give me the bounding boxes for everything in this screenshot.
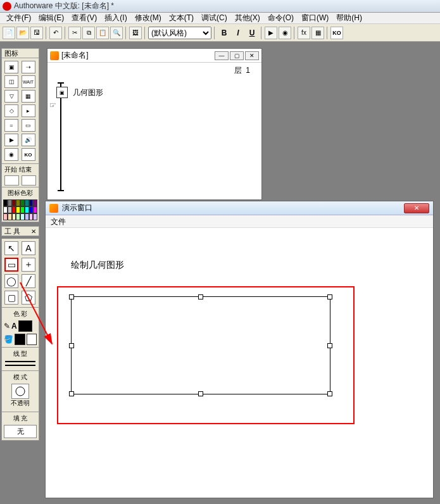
menu-window[interactable]: 窗口(W): [298, 11, 332, 25]
diagonal-tool[interactable]: ╱: [22, 274, 35, 288]
roundrect-tool[interactable]: ▢: [4, 291, 18, 305]
color-swatch[interactable]: [3, 213, 8, 220]
save-button[interactable]: 🖫: [30, 27, 43, 39]
debug-button[interactable]: ◉: [279, 27, 291, 39]
minimize-button[interactable]: —: [215, 51, 229, 60]
italic-button[interactable]: I: [232, 27, 244, 39]
foreground-color[interactable]: [18, 320, 32, 332]
flowline-titlebar[interactable]: [未命名] — ▢ ✕: [47, 49, 261, 63]
resize-handle[interactable]: [198, 294, 203, 299]
close-icon[interactable]: ✕: [31, 228, 36, 235]
color-swatch[interactable]: [3, 199, 8, 206]
color-swatch[interactable]: [33, 206, 37, 213]
display-icon[interactable]: ▣: [4, 61, 18, 73]
var-button[interactable]: ▦: [311, 27, 324, 39]
color-swatch[interactable]: [12, 206, 16, 213]
menu-other[interactable]: 其他(X): [231, 11, 264, 25]
style-select[interactable]: (默认风格): [148, 27, 211, 39]
wait-icon[interactable]: WAIT: [22, 75, 35, 88]
rectangle-tool[interactable]: ▭: [4, 258, 18, 272]
color-swatch[interactable]: [20, 213, 25, 220]
copy-button[interactable]: ⧉: [82, 27, 95, 39]
color-swatch[interactable]: [16, 213, 20, 220]
color-swatch[interactable]: [29, 199, 34, 206]
start-flag[interactable]: [4, 175, 19, 186]
color-swatch[interactable]: [33, 213, 37, 220]
fill-fg[interactable]: [15, 334, 25, 345]
drawn-rectangle[interactable]: [71, 296, 330, 394]
color-swatch[interactable]: [25, 213, 29, 220]
menu-insert[interactable]: 插入(I): [101, 11, 130, 25]
bold-button[interactable]: B: [218, 27, 230, 39]
color-swatch[interactable]: [20, 206, 25, 213]
fill-swatch[interactable]: 无: [4, 425, 37, 438]
color-swatch[interactable]: [20, 199, 25, 206]
color-swatch[interactable]: [25, 199, 29, 206]
open-button[interactable]: 📂: [16, 27, 29, 39]
motion-icon[interactable]: ⇢: [22, 61, 35, 73]
new-button[interactable]: 📄: [3, 27, 15, 39]
color-swatch[interactable]: [8, 206, 12, 213]
end-flag[interactable]: [22, 175, 36, 186]
color-swatch[interactable]: [8, 213, 12, 220]
ko-icon[interactable]: KO: [22, 148, 35, 161]
calc-icon[interactable]: =: [4, 119, 18, 132]
menu-modify[interactable]: 修改(M): [131, 11, 165, 25]
flow-node[interactable]: ▣ 几何图形: [56, 87, 103, 98]
presentation-canvas[interactable]: 绘制几何图形: [46, 228, 433, 498]
maximize-button[interactable]: ▢: [230, 51, 244, 60]
find-button[interactable]: 🔍: [110, 27, 123, 39]
pointer-tool[interactable]: ↖: [4, 241, 18, 255]
resize-handle[interactable]: [327, 294, 332, 299]
menu-view[interactable]: 查看(V): [68, 11, 101, 25]
text-tool[interactable]: A: [22, 241, 35, 255]
color-swatch[interactable]: [29, 213, 34, 220]
nav-icon[interactable]: ▽: [4, 90, 18, 103]
polygon-tool[interactable]: ⬠: [22, 291, 35, 305]
framework-icon[interactable]: ▦: [22, 90, 35, 103]
presentation-menu-file[interactable]: 文件: [51, 217, 66, 226]
close-button[interactable]: ✕: [245, 51, 259, 60]
menu-text[interactable]: 文本(T): [165, 11, 198, 25]
resize-handle[interactable]: [69, 343, 74, 348]
color-swatch[interactable]: [12, 213, 16, 220]
line-style[interactable]: [5, 361, 35, 362]
map-icon[interactable]: ▭: [22, 119, 35, 132]
color-swatch[interactable]: [3, 206, 8, 213]
interaction-icon[interactable]: ▸: [22, 104, 35, 117]
erase-icon[interactable]: ◫: [4, 75, 18, 88]
paste-button[interactable]: 📋: [96, 27, 109, 39]
resize-handle[interactable]: [69, 391, 74, 396]
underline-button[interactable]: U: [246, 27, 258, 39]
resize-handle[interactable]: [327, 343, 332, 348]
presentation-close-button[interactable]: ✕: [404, 203, 429, 213]
color-swatch[interactable]: [16, 206, 20, 213]
flowline-body[interactable]: 层 1 ▣ 几何图形 ☞: [47, 63, 261, 199]
color-swatch[interactable]: [12, 199, 16, 206]
menu-help[interactable]: 帮助(H): [332, 11, 366, 25]
resize-handle[interactable]: [198, 391, 203, 396]
color-swatch[interactable]: [33, 199, 37, 206]
menu-debug[interactable]: 调试(C): [198, 11, 231, 25]
presentation-titlebar[interactable]: 演示窗口 ✕: [46, 201, 433, 215]
menu-file[interactable]: 文件(F): [3, 11, 35, 25]
func-button[interactable]: fx: [298, 27, 310, 39]
run-button[interactable]: ▶: [265, 27, 277, 39]
menu-command[interactable]: 命令(O): [264, 11, 298, 25]
color-swatch[interactable]: [8, 199, 12, 206]
line-tool[interactable]: ＋: [22, 258, 35, 272]
line-arrow[interactable]: [5, 365, 35, 366]
color-swatch[interactable]: [16, 199, 20, 206]
undo-button[interactable]: ↶: [49, 27, 62, 39]
color-swatch[interactable]: [25, 206, 29, 213]
menu-edit[interactable]: 编辑(E): [35, 11, 68, 25]
dvd-icon[interactable]: ◉: [4, 148, 18, 161]
image-button[interactable]: 🖼: [129, 27, 142, 39]
sound-icon[interactable]: 🔊: [22, 134, 35, 146]
fill-bg[interactable]: [27, 334, 37, 345]
resize-handle[interactable]: [327, 391, 332, 396]
ellipse-tool[interactable]: ◯: [4, 274, 18, 288]
ko-button[interactable]: KO: [330, 27, 343, 39]
resize-handle[interactable]: [69, 294, 74, 299]
movie-icon[interactable]: ▶: [4, 134, 18, 146]
